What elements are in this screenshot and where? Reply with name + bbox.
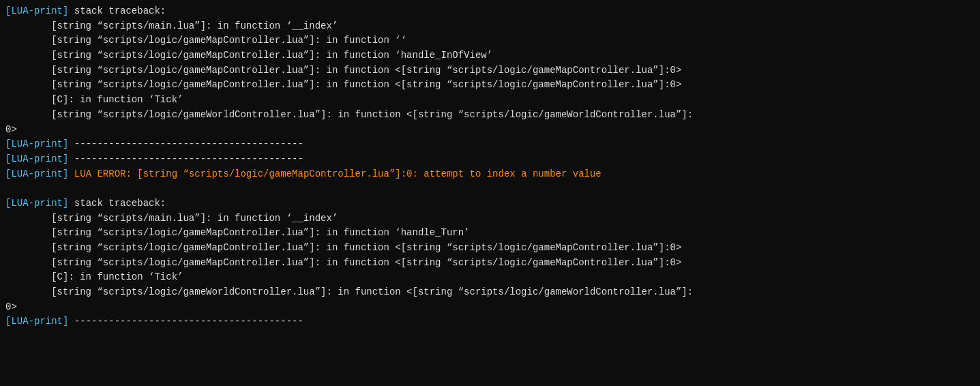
- console-line: [C]: in function ‘Tick’: [5, 270, 975, 285]
- console-line: [string “scripts/logic/gameMapController…: [5, 48, 975, 63]
- console-line: 0>: [5, 300, 975, 315]
- console-line: [string “scripts/logic/gameMapController…: [5, 256, 975, 271]
- console-line: [string “scripts/logic/gameMapController…: [5, 241, 975, 256]
- console-line: [string “scripts/main.lua”]: in function…: [5, 19, 975, 34]
- console-line: [string “scripts/logic/gameWorldControll…: [5, 285, 975, 300]
- console-line: [string “scripts/logic/gameMapController…: [5, 226, 975, 241]
- console-line: [string “scripts/logic/gameWorldControll…: [5, 108, 975, 123]
- console-line: [string “scripts/logic/gameMapController…: [5, 78, 975, 93]
- console-line: [LUA-print] stack traceback:: [5, 196, 975, 211]
- console-line: [string “scripts/logic/gameMapController…: [5, 63, 975, 78]
- console-line: [LUA-print] ----------------------------…: [5, 137, 975, 152]
- console-line: 0>: [5, 123, 975, 138]
- console-line: [LUA-print] LUA ERROR: [string “scripts/…: [5, 167, 975, 182]
- console-line: [LUA-print] stack traceback:: [5, 4, 975, 19]
- console-line: [LUA-print] ----------------------------…: [5, 314, 975, 329]
- console-line: [LUA-print] ----------------------------…: [5, 152, 975, 167]
- console-line: [C]: in function ‘Tick’: [5, 93, 975, 108]
- console-line: [string “scripts/logic/gameMapController…: [5, 33, 975, 48]
- console-line: [string “scripts/main.lua”]: in function…: [5, 211, 975, 226]
- console-output: [LUA-print] stack traceback: [string “sc…: [0, 0, 980, 386]
